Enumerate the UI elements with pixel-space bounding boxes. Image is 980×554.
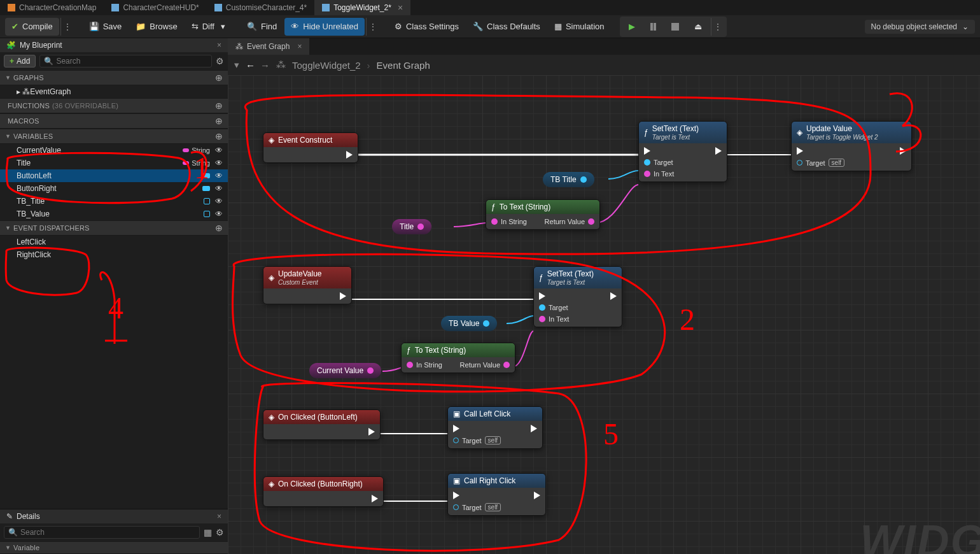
node-update-value-call[interactable]: ◈Update ValueTarget is Toggle Widget 2 T… bbox=[791, 121, 912, 171]
visibility-icon[interactable]: 👁 bbox=[215, 159, 223, 167]
dispatcher-item[interactable]: LeftClick bbox=[0, 236, 228, 248]
section-variables[interactable]: ▼VARIABLES⊕ bbox=[0, 129, 228, 144]
widget-icon bbox=[322, 4, 330, 11]
pencil-icon: ✎ bbox=[6, 512, 13, 521]
add-icon[interactable]: ⊕ bbox=[215, 101, 223, 111]
add-icon[interactable]: ⊕ bbox=[215, 116, 223, 126]
editor-tab[interactable]: CustomiseCharacter_4* bbox=[207, 0, 314, 15]
graph-item[interactable]: ▸ ⁂ EventGraph bbox=[0, 85, 228, 98]
var-title[interactable]: Title bbox=[392, 219, 431, 234]
browse-button[interactable]: 📁Browse bbox=[129, 18, 183, 36]
blueprint-icon: 🧩 bbox=[6, 41, 16, 50]
event-icon: ◈ bbox=[269, 479, 274, 488]
editor-tab[interactable]: CharacterCreationMap bbox=[0, 0, 104, 15]
node-settext-2[interactable]: ƒSetText (Text)Target is Text Target In … bbox=[533, 266, 622, 327]
details-tab[interactable]: ✎ Details × bbox=[0, 509, 228, 523]
details-variable-section[interactable]: ▼Variable bbox=[0, 541, 228, 554]
event-icon: ◈ bbox=[269, 413, 274, 422]
hide-unrelated-options[interactable]: ⋮ bbox=[366, 18, 379, 36]
grid-icon[interactable]: ▦ bbox=[204, 527, 212, 537]
settings-icon[interactable]: ⚙ bbox=[216, 527, 224, 537]
function-icon: ƒ bbox=[644, 128, 648, 137]
class-defaults-button[interactable]: 🔧Class Defaults bbox=[466, 18, 547, 36]
visibility-icon[interactable]: 👁 bbox=[215, 171, 223, 180]
graph-canvas[interactable]: WIDG bbox=[228, 75, 980, 554]
node-onclicked-left[interactable]: ◈On Clicked (ButtonLeft) bbox=[263, 409, 381, 440]
step-button[interactable] bbox=[644, 18, 662, 36]
close-icon[interactable]: × bbox=[297, 42, 302, 51]
stop-button[interactable] bbox=[665, 18, 685, 36]
class-settings-button[interactable]: ⚙Class Settings bbox=[388, 18, 465, 36]
close-icon[interactable]: × bbox=[398, 3, 403, 12]
add-button[interactable]: +Add bbox=[4, 55, 36, 67]
variable-item[interactable]: TitleString👁 bbox=[0, 157, 228, 169]
node-totext-1[interactable]: ƒTo Text (String) In StringReturn Value bbox=[486, 199, 600, 230]
dispatcher-icon: ▣ bbox=[453, 476, 460, 485]
node-update-value-event[interactable]: ◈UpdateValueCustom Event bbox=[263, 266, 352, 304]
settings-icon[interactable]: ⚙ bbox=[216, 56, 224, 66]
close-icon[interactable]: × bbox=[217, 512, 221, 521]
breadcrumb-root[interactable]: ToggleWidget_2 bbox=[292, 60, 361, 71]
search-input[interactable] bbox=[20, 528, 195, 537]
node-onclicked-right[interactable]: ◈On Clicked (ButtonRight) bbox=[263, 476, 384, 507]
section-dispatchers[interactable]: ▼EVENT DISPATCHERS⊕ bbox=[0, 220, 228, 236]
graph-tab[interactable]: ⁂ Event Graph × bbox=[228, 38, 309, 55]
widget-icon bbox=[214, 4, 222, 11]
watermark: WIDG bbox=[860, 516, 980, 554]
compile-button[interactable]: ✔ Compile bbox=[5, 18, 59, 36]
nav-forward[interactable]: → bbox=[260, 60, 270, 71]
function-icon: ƒ bbox=[407, 346, 411, 355]
find-button[interactable]: 🔍Find bbox=[241, 18, 283, 36]
variable-item[interactable]: ButtonRight👁 bbox=[0, 182, 228, 195]
chevron-down-icon: ⌄ bbox=[962, 22, 969, 31]
node-call-left-click[interactable]: ▣Call Left Click Targetself bbox=[447, 406, 543, 449]
tab-label: ToggleWidget_2* bbox=[333, 3, 391, 12]
variable-item[interactable]: TB_Value👁 bbox=[0, 208, 228, 220]
node-settext-1[interactable]: ƒSetText (Text)Target is Text Target In … bbox=[638, 121, 727, 182]
visibility-icon[interactable]: 👁 bbox=[215, 197, 223, 206]
play-options[interactable]: ⋮ bbox=[711, 18, 724, 36]
node-event-construct[interactable]: ◈Event Construct bbox=[263, 132, 358, 163]
breadcrumb-leaf[interactable]: Event Graph bbox=[377, 60, 430, 71]
diff-button[interactable]: ⇆Diff▾ bbox=[185, 18, 232, 36]
details-search[interactable]: 🔍 bbox=[4, 526, 200, 539]
eject-button[interactable]: ⏏ bbox=[688, 18, 708, 36]
tab-label: CharacterCreateHUD* bbox=[123, 3, 199, 12]
svg-text:5: 5 bbox=[603, 417, 619, 451]
editor-tab[interactable]: CharacterCreateHUD* bbox=[104, 0, 206, 15]
sim-icon: ▦ bbox=[554, 22, 562, 31]
debug-object-select[interactable]: No debug object selected⌄ bbox=[865, 20, 975, 34]
visibility-icon[interactable]: 👁 bbox=[215, 146, 223, 155]
visibility-icon[interactable]: 👁 bbox=[215, 210, 223, 218]
variable-item[interactable]: TB_Title👁 bbox=[0, 195, 228, 208]
hide-unrelated-button[interactable]: 👁Hide Unrelated bbox=[284, 18, 365, 36]
dispatcher-item[interactable]: RightClick bbox=[0, 248, 228, 261]
play-icon: ▶ bbox=[629, 22, 635, 31]
history-menu[interactable]: ▾ bbox=[234, 59, 239, 71]
my-blueprint-tab[interactable]: 🧩 My Blueprint × bbox=[0, 38, 228, 52]
var-tb-value[interactable]: TB Value bbox=[441, 316, 497, 331]
add-icon[interactable]: ⊕ bbox=[215, 131, 223, 141]
save-button[interactable]: 💾Save bbox=[83, 18, 129, 36]
play-button[interactable]: ▶ bbox=[622, 18, 641, 36]
compile-options[interactable]: ⋮ bbox=[60, 18, 74, 36]
editor-tab-active[interactable]: ToggleWidget_2* × bbox=[314, 0, 410, 15]
variable-item-selected[interactable]: ButtonLeft👁 bbox=[0, 169, 228, 182]
section-macros[interactable]: MACROS⊕ bbox=[0, 113, 228, 129]
nav-back[interactable]: ← bbox=[246, 60, 255, 71]
visibility-icon[interactable]: 👁 bbox=[215, 184, 223, 193]
variable-item[interactable]: CurrentValueString👁 bbox=[0, 144, 228, 157]
section-functions[interactable]: FUNCTIONS(36 OVERRIDABLE)⊕ bbox=[0, 98, 228, 113]
close-icon[interactable]: × bbox=[217, 41, 221, 50]
tab-label: CharacterCreationMap bbox=[19, 3, 96, 12]
section-graphs[interactable]: ▼GRAPHS⊕ bbox=[0, 70, 228, 85]
my-blueprint-search[interactable]: 🔍 bbox=[39, 55, 212, 67]
add-icon[interactable]: ⊕ bbox=[215, 223, 223, 233]
node-call-right-click[interactable]: ▣Call Right Click Targetself bbox=[447, 473, 546, 516]
simulation-button[interactable]: ▦Simulation bbox=[548, 18, 611, 36]
var-tb-title[interactable]: TB Title bbox=[543, 172, 594, 187]
search-input[interactable] bbox=[56, 57, 207, 66]
var-current-value[interactable]: Current Value bbox=[309, 363, 381, 378]
node-totext-2[interactable]: ƒTo Text (String) In StringReturn Value bbox=[401, 343, 515, 373]
add-icon[interactable]: ⊕ bbox=[215, 73, 223, 83]
